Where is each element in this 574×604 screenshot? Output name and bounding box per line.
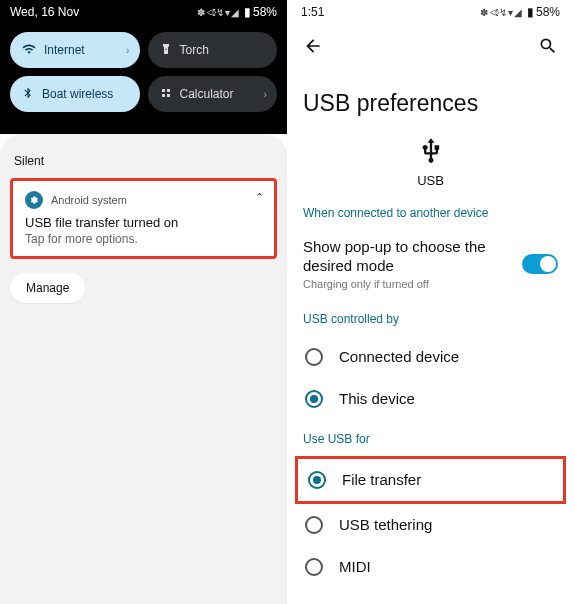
status-time: 1:51	[301, 5, 324, 19]
radio-label: This device	[339, 390, 415, 407]
radio-icon	[305, 348, 323, 366]
radio-usb-tethering[interactable]: USB tethering	[301, 504, 560, 546]
svg-rect-1	[167, 89, 170, 92]
gear-icon	[25, 191, 43, 209]
section-silent: Silent	[14, 154, 273, 168]
setting-popup[interactable]: Show pop-up to choose the desired mode C…	[301, 230, 560, 300]
bluetooth-icon	[22, 87, 34, 102]
section-use-usb-for: Use USB for	[303, 432, 558, 446]
battery-percent: 58%	[253, 5, 277, 19]
radio-icon	[305, 558, 323, 576]
qs-label: Internet	[44, 43, 85, 57]
radio-label: Connected device	[339, 348, 459, 365]
popup-toggle[interactable]	[522, 254, 558, 274]
qs-internet[interactable]: Internet ›	[10, 32, 140, 68]
status-bar: 1:51 ✽ ⏿ ↯ ▾ ◢ ▮ 58%	[301, 0, 560, 24]
battery-icon: ▮	[527, 5, 534, 19]
qs-torch[interactable]: Torch	[148, 32, 278, 68]
search-icon[interactable]	[538, 36, 558, 56]
page-title: USB preferences	[303, 90, 558, 117]
flashlight-icon	[160, 43, 172, 58]
radio-midi[interactable]: MIDI	[301, 546, 560, 588]
setting-title: Show pop-up to choose the desired mode	[303, 238, 522, 276]
setting-subtitle: Charging only if turned off	[303, 278, 522, 290]
radio-this-device[interactable]: This device	[301, 378, 560, 420]
chevron-right-icon: ›	[126, 44, 130, 56]
radio-label: File transfer	[342, 471, 421, 488]
status-icons-cluster: ✽ ⏿ ↯ ▾ ◢	[480, 7, 521, 18]
radio-label: MIDI	[339, 558, 371, 575]
notification-title: USB file transfer turned on	[25, 215, 262, 230]
battery-percent: 58%	[536, 5, 560, 19]
section-controlled-by: USB controlled by	[303, 312, 558, 326]
usb-hero: USB	[301, 137, 560, 188]
chevron-right-icon: ›	[263, 88, 267, 100]
section-when-connected: When connected to another device	[303, 206, 558, 220]
notification-list: Silent Android system USB file transfer …	[0, 134, 287, 604]
top-bar	[301, 24, 560, 64]
svg-rect-2	[162, 94, 165, 97]
usb-hero-label: USB	[301, 173, 560, 188]
manage-button[interactable]: Manage	[10, 273, 85, 303]
status-right: ✽ ⏿ ↯ ▾ ◢ ▮ 58%	[197, 5, 277, 19]
svg-rect-0	[162, 89, 165, 92]
qs-label: Torch	[180, 43, 209, 57]
radio-icon	[305, 390, 323, 408]
radio-icon	[305, 516, 323, 534]
battery-icon: ▮	[244, 5, 251, 19]
chevron-up-icon[interactable]: ⌃	[255, 191, 264, 204]
qs-label: Calculator	[180, 87, 234, 101]
status-date: Wed, 16 Nov	[10, 5, 79, 19]
back-arrow-icon[interactable]	[303, 36, 323, 56]
usb-icon	[417, 151, 445, 168]
calculator-icon	[160, 87, 172, 102]
radio-connected-device[interactable]: Connected device	[301, 336, 560, 378]
qs-label: Boat wireless	[42, 87, 113, 101]
quick-settings: Internet › Torch Boat wireless	[0, 24, 287, 134]
radio-file-transfer[interactable]: File transfer	[295, 456, 566, 504]
svg-rect-3	[167, 94, 170, 97]
notification-app-name: Android system	[51, 194, 127, 206]
wifi-icon	[22, 42, 36, 59]
qs-calculator[interactable]: Calculator ›	[148, 76, 278, 112]
notification-subtitle: Tap for more options.	[25, 232, 262, 246]
status-icons-cluster: ✽ ⏿ ↯ ▾ ◢	[197, 7, 238, 18]
radio-label: USB tethering	[339, 516, 432, 533]
notification-shade: Wed, 16 Nov ✽ ⏿ ↯ ▾ ◢ ▮ 58% Internet › T…	[0, 0, 287, 604]
status-bar: Wed, 16 Nov ✽ ⏿ ↯ ▾ ◢ ▮ 58%	[0, 0, 287, 24]
qs-boat-wireless[interactable]: Boat wireless	[10, 76, 140, 112]
settings-screen: 1:51 ✽ ⏿ ↯ ▾ ◢ ▮ 58% USB preferences USB…	[287, 0, 574, 604]
notification-usb[interactable]: Android system USB file transfer turned …	[10, 178, 277, 259]
status-right: ✽ ⏿ ↯ ▾ ◢ ▮ 58%	[480, 5, 560, 19]
radio-icon	[308, 471, 326, 489]
